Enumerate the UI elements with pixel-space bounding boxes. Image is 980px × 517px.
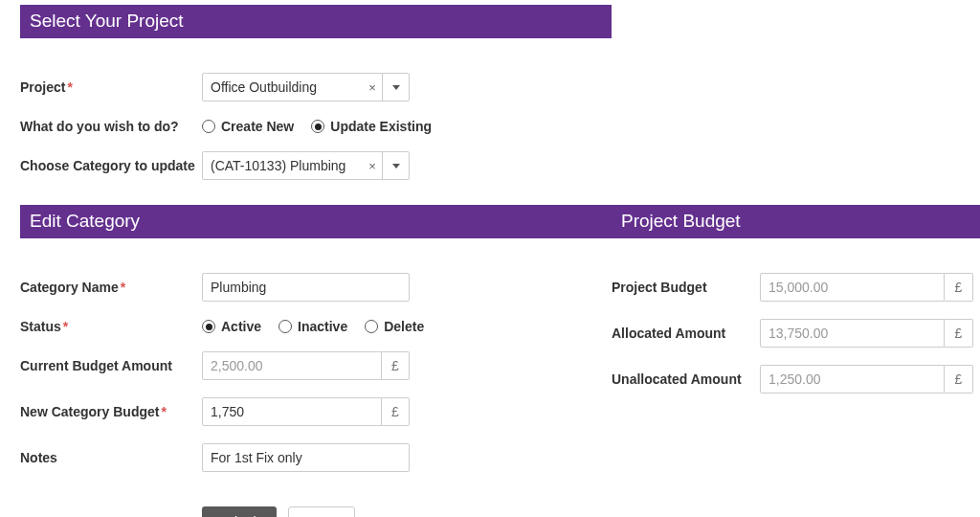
radio-status-active[interactable]: Active bbox=[202, 319, 261, 334]
row-current-budget: Current Budget Amount £ bbox=[0, 351, 612, 380]
radio-group-status: Active Inactive Delete bbox=[202, 319, 424, 334]
radio-icon bbox=[202, 120, 215, 133]
required-marker: * bbox=[63, 319, 68, 334]
row-action: What do you wish to do? Create New Updat… bbox=[0, 119, 980, 134]
radio-update-existing[interactable]: Update Existing bbox=[311, 119, 432, 134]
required-marker: * bbox=[121, 280, 125, 295]
radio-label-inactive: Inactive bbox=[298, 319, 347, 334]
radio-label-update-existing: Update Existing bbox=[330, 119, 432, 134]
radio-label-create-new: Create New bbox=[221, 119, 294, 134]
category-combobox-value: (CAT-10133) Plumbing bbox=[203, 152, 363, 179]
currency-unit: £ bbox=[945, 365, 973, 393]
label-new-budget: New Category Budget* bbox=[20, 404, 202, 419]
label-allocated: Allocated Amount bbox=[612, 326, 760, 341]
submit-button[interactable]: Submit bbox=[202, 506, 277, 517]
radio-icon bbox=[311, 120, 324, 133]
row-category-name: Category Name* bbox=[0, 273, 612, 302]
project-combobox-value: Office Outbuilding bbox=[203, 74, 363, 101]
row-category: Choose Category to update (CAT-10133) Pl… bbox=[0, 151, 980, 180]
current-budget-input bbox=[202, 351, 382, 380]
notes-input[interactable] bbox=[202, 443, 410, 472]
label-category-name: Category Name* bbox=[20, 280, 202, 295]
row-project: Project* Office Outbuilding × bbox=[0, 73, 980, 101]
project-combobox[interactable]: Office Outbuilding × bbox=[202, 73, 410, 101]
row-allocated: Allocated Amount £ bbox=[612, 319, 980, 348]
currency-unit: £ bbox=[382, 397, 410, 426]
radio-status-inactive[interactable]: Inactive bbox=[278, 319, 347, 334]
radio-group-action: Create New Update Existing bbox=[202, 119, 432, 134]
row-project-budget: Project Budget £ bbox=[612, 273, 980, 302]
radio-status-delete[interactable]: Delete bbox=[365, 319, 424, 334]
reset-button[interactable]: Reset bbox=[288, 506, 356, 517]
label-project-budget: Project Budget bbox=[612, 280, 760, 295]
radio-icon bbox=[202, 320, 215, 333]
currency-unit: £ bbox=[945, 319, 973, 348]
label-current-budget: Current Budget Amount bbox=[20, 358, 202, 373]
unallocated-input bbox=[760, 365, 945, 393]
currency-unit: £ bbox=[382, 351, 410, 380]
radio-icon bbox=[278, 320, 292, 333]
new-budget-input[interactable] bbox=[202, 397, 382, 426]
project-budget-input bbox=[760, 273, 945, 302]
row-notes: Notes bbox=[0, 443, 612, 472]
label-notes: Notes bbox=[20, 450, 202, 465]
clear-icon[interactable]: × bbox=[363, 152, 382, 179]
label-action: What do you wish to do? bbox=[20, 119, 202, 134]
row-unallocated: Unallocated Amount £ bbox=[612, 365, 980, 393]
radio-label-active: Active bbox=[221, 319, 261, 334]
section-header-project-budget: Project Budget bbox=[612, 205, 980, 238]
category-combobox[interactable]: (CAT-10133) Plumbing × bbox=[202, 151, 410, 180]
chevron-down-icon[interactable] bbox=[382, 74, 409, 101]
label-category: Choose Category to update bbox=[20, 158, 202, 173]
label-status: Status* bbox=[20, 319, 202, 334]
radio-icon bbox=[365, 320, 378, 333]
row-new-budget: New Category Budget* £ bbox=[0, 397, 612, 426]
clear-icon[interactable]: × bbox=[363, 74, 382, 101]
label-project: Project* bbox=[20, 79, 202, 95]
section-header-edit-category: Edit Category bbox=[20, 205, 612, 238]
radio-create-new[interactable]: Create New bbox=[202, 119, 294, 134]
section-header-select-project: Select Your Project bbox=[20, 5, 612, 38]
chevron-down-icon[interactable] bbox=[382, 152, 409, 179]
radio-label-delete: Delete bbox=[384, 319, 424, 334]
required-marker: * bbox=[67, 79, 72, 95]
currency-unit: £ bbox=[945, 273, 973, 302]
required-marker: * bbox=[161, 404, 166, 419]
label-unallocated: Unallocated Amount bbox=[612, 371, 760, 387]
button-row: Submit Reset bbox=[0, 506, 612, 517]
category-name-input[interactable] bbox=[202, 273, 410, 302]
allocated-input bbox=[760, 319, 945, 348]
row-status: Status* Active Inactive bbox=[0, 319, 612, 334]
